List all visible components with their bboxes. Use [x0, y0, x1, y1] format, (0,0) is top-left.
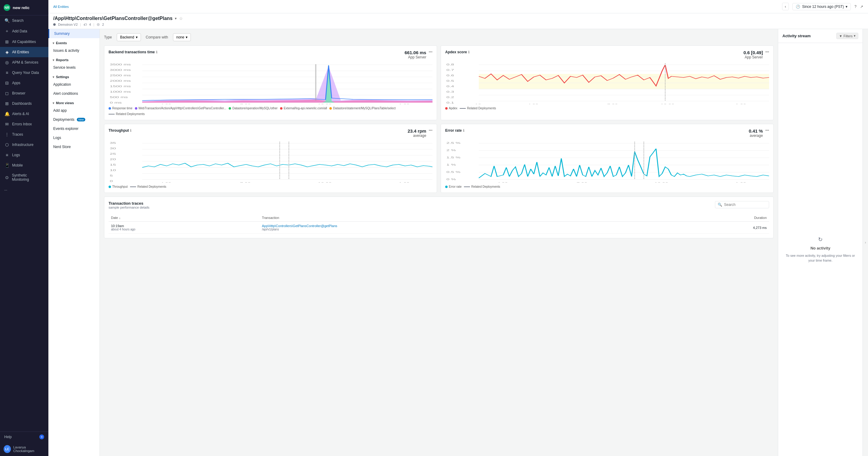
sidebar-item-synthetic[interactable]: ⊙ Synthetic Monitoring: [0, 170, 49, 184]
info-icon[interactable]: ℹ: [468, 50, 469, 54]
left-panel-service-levels[interactable]: Service levels: [49, 63, 99, 72]
monitors-icon: ◎: [97, 22, 100, 26]
left-panel-section-settings[interactable]: ▾ Settings: [49, 72, 99, 80]
row-transaction: App\Http\Controllers\GetPlansController@…: [259, 222, 674, 234]
left-panel-section-more-views[interactable]: ▾ More views: [49, 98, 99, 106]
sidebar-item-search[interactable]: 🔍 Search: [0, 16, 49, 26]
svg-text:4:00am: 4:00am: [497, 182, 516, 182]
info-icon[interactable]: ℹ: [130, 129, 131, 133]
sidebar-item-label: Synthetic Monitoring: [12, 173, 44, 182]
left-panel-section-events[interactable]: ▾ Events: [49, 38, 99, 46]
info-icon[interactable]: ℹ: [156, 50, 157, 54]
traces-table: Date ↓ Transaction Duration 10:19am abou…: [108, 214, 769, 234]
sidebar-item-apm-services[interactable]: ◎ APM & Services: [0, 57, 49, 67]
left-panel-nerd-store[interactable]: Nerd Store: [49, 142, 99, 151]
left-panel-issues-activity[interactable]: Issues & activity: [49, 46, 99, 55]
sidebar-item-query-data[interactable]: ≡ Query Your Data: [0, 67, 49, 78]
sidebar-item-logs[interactable]: ≡ Logs: [0, 150, 49, 160]
left-panel-logs[interactable]: Logs: [49, 133, 99, 142]
no-activity-description: To see more activity, try adjusting your…: [784, 253, 857, 263]
legend-datastore-other: Datastore/operation/MySQL/other: [229, 107, 278, 110]
transaction-link[interactable]: App\Http\Controllers\GetPlansController@…: [262, 224, 671, 228]
chart-value-label: App Server: [743, 55, 763, 59]
chart-legend: Throughput Related Deployments: [108, 185, 433, 188]
nav-prev-button[interactable]: ‹: [782, 3, 789, 10]
legend-color: [460, 108, 466, 109]
left-panel-summary[interactable]: Summary: [49, 29, 99, 38]
svg-text:7:00am: 7:00am: [240, 103, 258, 104]
chart-more-button[interactable]: •••: [765, 129, 769, 133]
page-title: /App\Http\Controllers\GetPlansController…: [53, 16, 173, 21]
legend-label: Related Deployments: [116, 112, 145, 116]
svg-marker-15: [142, 66, 433, 103]
filter-icon: ▼: [839, 34, 842, 38]
legend-color: [108, 186, 111, 188]
sidebar-item-apps[interactable]: ⊟ Apps: [0, 78, 49, 88]
compare-dropdown[interactable]: none ▾: [173, 33, 191, 41]
sidebar-item-alerts[interactable]: 🔔 Alerts & AI: [0, 109, 49, 119]
activity-panel: Activity stream ▼ Filters ▾ ↻ No activit…: [778, 29, 863, 456]
refresh-icon[interactable]: ↻: [818, 236, 823, 243]
sidebar-item-all-capabilities[interactable]: ⊞ All Capabilities: [0, 37, 49, 47]
collapse-panel-button[interactable]: ›: [863, 29, 868, 456]
sidebar-item-label: Add Data: [12, 29, 27, 33]
chart-title: Backend transactions time ℹ: [108, 50, 157, 54]
legend-label: Response time: [112, 107, 132, 110]
sidebar-item-more[interactable]: ...: [0, 184, 49, 194]
sidebar-item-dashboards[interactable]: ⊞ Dashboards: [0, 98, 49, 109]
legend-related-deployments: Related Deployments: [108, 112, 145, 116]
col-duration: Duration: [674, 214, 769, 222]
left-panel-add-app[interactable]: Add app: [49, 106, 99, 115]
chart-more-button[interactable]: •••: [429, 50, 433, 54]
left-panel-deployments[interactable]: Deployments New: [49, 115, 99, 124]
logo-text: new relic: [13, 5, 30, 10]
search-icon: 🔍: [4, 18, 10, 23]
sidebar-item-label: Query Your Data: [12, 70, 39, 75]
username: Lavanya Chockalingam: [13, 446, 45, 453]
sidebar-item-infrastructure[interactable]: ⬡ Infrastructure: [0, 140, 49, 150]
sidebar-item-browser[interactable]: ◻ Browser: [0, 88, 49, 98]
traces-icon: ⋮: [4, 132, 10, 137]
transaction-traces-card: Transaction traces sample performance de…: [104, 197, 774, 238]
avatar: LC: [4, 445, 11, 453]
svg-text:1500 ms: 1500 ms: [110, 85, 131, 88]
svg-text:7:00am: 7:00am: [240, 182, 258, 182]
traces-search-input[interactable]: [724, 203, 766, 207]
help-icon[interactable]: ?: [855, 4, 857, 9]
breadcrumb[interactable]: All Entities: [53, 5, 69, 8]
svg-text:0.3: 0.3: [446, 90, 454, 93]
time-label: Since 12 hours ago (PST): [802, 4, 844, 9]
table-row: 10:19am about 4 hours ago App\Http\Contr…: [108, 222, 769, 234]
sidebar-item-all-entities[interactable]: ◈ All Entities: [0, 47, 49, 57]
left-panel-application[interactable]: Application: [49, 80, 99, 89]
left-panel-events-explorer[interactable]: Events explorer: [49, 124, 99, 133]
sidebar-item-traces[interactable]: ⋮ Traces: [0, 129, 49, 140]
share-icon[interactable]: ↗: [860, 4, 863, 9]
left-panel-alert-conditions[interactable]: Alert conditions: [49, 89, 99, 98]
svg-text:10:00am: 10:00am: [660, 103, 682, 104]
help-badge: 9: [39, 434, 44, 439]
favorite-star-icon[interactable]: ☆: [179, 16, 183, 21]
svg-text:0 %: 0 %: [446, 178, 456, 181]
time-selector[interactable]: 🕐 Since 12 hours ago (PST) ▾: [793, 3, 851, 10]
chart-title: Apdex score ℹ: [445, 50, 469, 54]
type-dropdown[interactable]: Backend ▾: [117, 33, 141, 41]
sidebar-item-add-data[interactable]: ＋ Add Data: [0, 26, 49, 37]
sidebar-item-mobile[interactable]: 📱 Mobile: [0, 160, 49, 170]
filters-button[interactable]: ▼ Filters ▾: [836, 33, 858, 39]
row-duration: 4,273 ms: [674, 222, 769, 234]
info-icon[interactable]: ℹ: [463, 129, 464, 133]
content-area: Summary ▾ Events Issues & activity ▾ Rep…: [49, 29, 868, 456]
svg-text:4:00am: 4:00am: [528, 103, 546, 104]
chart-more-button[interactable]: •••: [765, 50, 769, 54]
traces-search-box[interactable]: 🔍: [715, 201, 769, 208]
title-chevron-icon[interactable]: ▾: [175, 16, 177, 21]
legend-color: [130, 187, 136, 187]
svg-text:10:00am: 10:00am: [318, 182, 339, 182]
left-panel-section-reports[interactable]: ▾ Reports: [49, 55, 99, 63]
chart-more-button[interactable]: •••: [429, 129, 433, 133]
sidebar-item-errors-inbox[interactable]: ✉ Errors Inbox: [0, 119, 49, 129]
legend-response-time: Response time: [108, 107, 132, 110]
svg-text:35: 35: [110, 141, 116, 144]
sidebar-item-help[interactable]: Help 9: [0, 432, 49, 442]
